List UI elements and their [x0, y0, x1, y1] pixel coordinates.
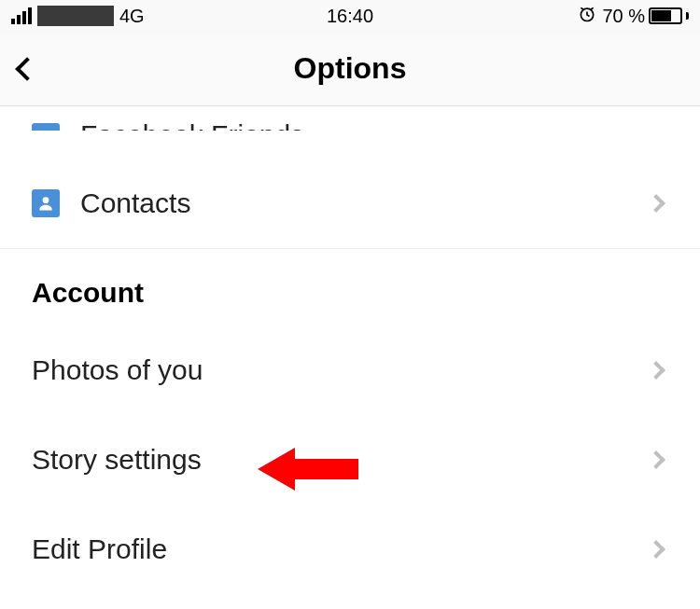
- chevron-right-icon: [647, 540, 665, 559]
- item-label: Contacts: [80, 187, 650, 219]
- list-item-facebook-friends[interactable]: Facebook Friends: [0, 106, 700, 131]
- chevron-right-icon: [647, 194, 665, 213]
- contacts-icon: [32, 189, 60, 217]
- page-title: Options: [294, 51, 407, 86]
- list-item-story-settings[interactable]: Story settings: [0, 415, 700, 505]
- chevron-right-icon: [647, 450, 665, 469]
- signal-bars-icon: [11, 7, 32, 24]
- alarm-icon: [578, 5, 596, 28]
- item-label: Facebook Friends: [80, 119, 650, 131]
- clock: 16:40: [327, 6, 373, 27]
- item-label: Story settings: [32, 444, 650, 476]
- status-right: 70 %: [578, 5, 689, 28]
- back-button[interactable]: [15, 57, 38, 80]
- list-item-photos-of-you[interactable]: Photos of you: [0, 325, 700, 415]
- section-header-account: Account: [0, 249, 700, 325]
- navigation-header: Options: [0, 32, 700, 106]
- item-label: Photos of you: [32, 354, 650, 386]
- list-item-edit-profile[interactable]: Edit Profile: [0, 505, 700, 594]
- network-type: 4G: [119, 6, 145, 27]
- status-left: 4G: [11, 6, 145, 27]
- list-item-contacts[interactable]: Contacts: [0, 159, 700, 248]
- battery-percent: 70 %: [602, 6, 645, 27]
- chevron-right-icon: [647, 361, 665, 380]
- battery-indicator: 70 %: [602, 6, 689, 27]
- svg-point-1: [43, 197, 49, 203]
- status-bar: 4G 16:40 70 %: [0, 0, 700, 32]
- carrier-block: [37, 6, 114, 26]
- facebook-icon: [32, 123, 60, 131]
- item-label: Edit Profile: [32, 533, 650, 565]
- content: Facebook Friends Contacts Account Photos…: [0, 106, 700, 594]
